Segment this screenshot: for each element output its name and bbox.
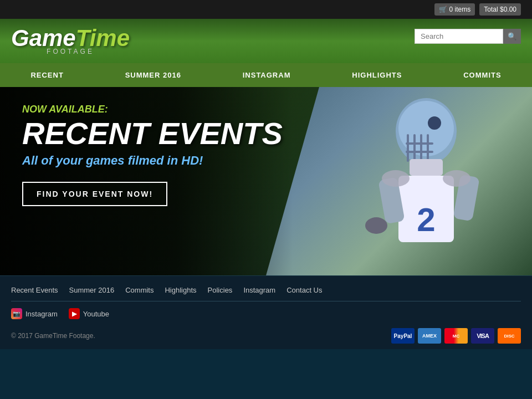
footer-link-highlights[interactable]: Highlights <box>165 286 196 294</box>
svg-rect-9 <box>410 159 443 176</box>
visa-icon: VISA <box>471 328 494 344</box>
social-instagram[interactable]: 📷 Instagram <box>11 308 58 319</box>
svg-text:2: 2 <box>417 201 435 238</box>
paypal-icon: PayPal <box>391 328 415 344</box>
footer-link-summer2016[interactable]: Summer 2016 <box>69 286 115 294</box>
payment-icons: PayPal AMEX MC VISA DISC <box>391 328 521 344</box>
footer-link-recent-events[interactable]: Recent Events <box>11 286 58 294</box>
svg-rect-3 <box>413 134 416 162</box>
hero-player-figure: 2 <box>282 87 521 275</box>
svg-point-15 <box>382 170 410 187</box>
copyright-text: © 2017 GameTime Footage. <box>11 332 95 340</box>
footer-link-contact[interactable]: Contact Us <box>287 286 322 294</box>
youtube-label: Youtube <box>83 310 109 318</box>
logo-text: GameTime <box>11 27 130 50</box>
hero-subtitle: All of your games filmed in HD! <box>22 154 283 168</box>
hero-now-available: NOW AVAILABLE: <box>22 104 283 115</box>
search-input[interactable] <box>415 29 503 44</box>
footer-link-policies[interactable]: Policies <box>208 286 233 294</box>
cart-icon-symbol: 🛒 <box>439 6 447 13</box>
amex-icon: AMEX <box>418 328 441 344</box>
footer-links: Recent Events Summer 2016 Commits Highli… <box>11 286 521 301</box>
hero-title: RECENT EVENTS <box>22 118 283 149</box>
main-nav: RECENT SUMMER 2016 INSTAGRAM HIGHLIGHTS … <box>0 63 532 87</box>
hero-banner: 2 NOW AVAILABLE: RECENT EVENTS All of yo… <box>0 87 532 275</box>
footer-link-commits[interactable]: Commits <box>125 286 154 294</box>
nav-item-instagram[interactable]: INSTAGRAM <box>232 63 302 87</box>
instagram-icon: 📷 <box>11 308 22 319</box>
logo[interactable]: GameTime FOOTAGE <box>11 27 130 55</box>
nav-item-recent[interactable]: RECENT <box>19 63 74 87</box>
search-area: 🔍 <box>415 29 521 44</box>
top-bar: 🛒 0 items Total $0.00 <box>0 0 532 19</box>
youtube-icon: ▶ <box>69 308 80 319</box>
footer-social: 📷 Instagram ▶ Youtube <box>11 308 521 319</box>
nav-item-commits[interactable]: COMMITS <box>452 63 512 87</box>
discover-icon: DISC <box>498 328 521 344</box>
hero-content: NOW AVAILABLE: RECENT EVENTS All of your… <box>22 104 283 206</box>
site-header: GameTime FOOTAGE 🔍 <box>0 19 532 63</box>
svg-point-14 <box>365 217 387 234</box>
cart-widget[interactable]: 🛒 0 items <box>434 3 475 16</box>
footer-bottom: © 2017 GameTime Footage. PayPal AMEX MC … <box>11 328 521 344</box>
svg-point-16 <box>443 170 470 187</box>
social-youtube[interactable]: ▶ Youtube <box>69 308 109 319</box>
cart-items-count: 0 items <box>449 6 471 13</box>
svg-rect-6 <box>406 142 433 145</box>
find-event-button[interactable]: FIND YOUR EVENT NOW! <box>22 182 167 206</box>
footer-link-instagram[interactable]: Instagram <box>243 286 275 294</box>
svg-rect-7 <box>406 151 433 153</box>
nav-item-summer2016[interactable]: SUMMER 2016 <box>114 63 192 87</box>
mastercard-icon: MC <box>444 328 468 344</box>
search-button[interactable]: 🔍 <box>503 29 521 44</box>
svg-rect-4 <box>420 134 422 162</box>
svg-point-8 <box>428 116 441 130</box>
cart-total: Total $0.00 <box>479 3 521 16</box>
site-footer: Recent Events Summer 2016 Commits Highli… <box>0 275 532 349</box>
nav-item-highlights[interactable]: HIGHLIGHTS <box>341 63 413 87</box>
svg-rect-5 <box>427 134 429 162</box>
instagram-label: Instagram <box>25 310 58 318</box>
svg-rect-2 <box>407 134 409 162</box>
